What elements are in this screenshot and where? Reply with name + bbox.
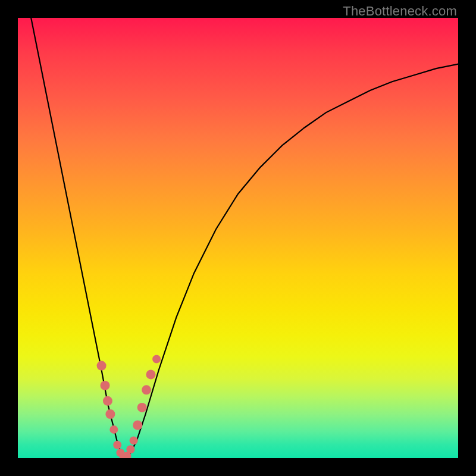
plot-area xyxy=(18,18,458,458)
data-point-marker xyxy=(130,436,138,444)
chart-frame: TheBottleneck.com xyxy=(0,0,476,476)
data-point-marker xyxy=(101,381,110,390)
data-point-marker xyxy=(105,409,115,419)
watermark-label: TheBottleneck.com xyxy=(343,4,457,19)
data-point-marker xyxy=(109,425,118,434)
data-point-marker xyxy=(133,421,142,430)
data-point-marker xyxy=(97,361,107,371)
markers-group xyxy=(97,355,161,459)
data-point-marker xyxy=(142,385,151,394)
data-point-marker xyxy=(113,441,121,449)
chart-svg xyxy=(18,18,458,458)
data-point-marker xyxy=(103,396,112,406)
data-point-marker xyxy=(146,369,155,379)
data-point-marker xyxy=(137,403,147,412)
data-point-marker xyxy=(152,355,161,364)
data-point-marker xyxy=(126,445,134,453)
bottleneck-curve xyxy=(31,18,458,458)
